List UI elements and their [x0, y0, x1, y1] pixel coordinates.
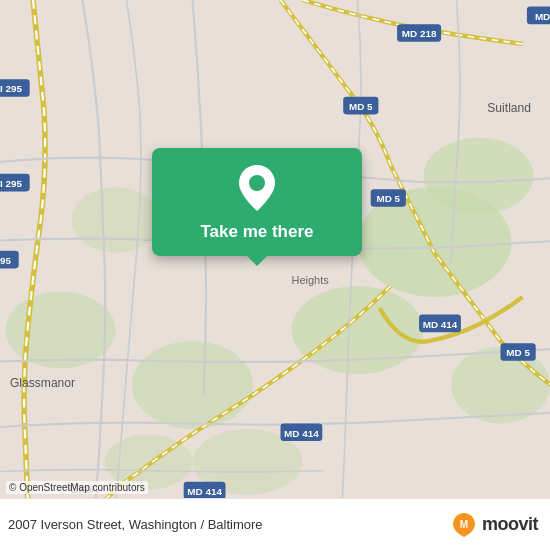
svg-text:MD 5: MD 5 [349, 101, 373, 112]
svg-text:M: M [460, 519, 468, 530]
svg-text:MD 414: MD 414 [284, 428, 319, 439]
svg-point-5 [72, 187, 160, 253]
svg-text:MD 4: MD 4 [535, 11, 550, 22]
svg-text:Heights: Heights [292, 274, 330, 286]
map-attribution: © OpenStreetMap contributors [6, 481, 148, 494]
map-container: MD 4 MD 218 MD 5 MD 5 MD 5 MD 414 MD 414… [0, 0, 550, 550]
svg-point-2 [424, 138, 534, 215]
svg-point-6 [6, 292, 116, 369]
svg-text:MD 414: MD 414 [423, 319, 458, 330]
location-pin-icon [235, 163, 279, 213]
pin-icon-container [233, 164, 281, 212]
svg-text:MD 218: MD 218 [402, 28, 437, 39]
bottom-bar: 2007 Iverson Street, Washington / Baltim… [0, 498, 550, 550]
address-label: 2007 Iverson Street, Washington / Baltim… [8, 517, 263, 532]
svg-text:Glassmanor: Glassmanor [10, 376, 75, 390]
svg-text:I 295: I 295 [0, 178, 22, 189]
svg-point-4 [132, 341, 253, 429]
map-background: MD 4 MD 218 MD 5 MD 5 MD 5 MD 414 MD 414… [0, 0, 550, 550]
svg-text:I 295: I 295 [0, 255, 11, 266]
svg-text:MD 414: MD 414 [187, 486, 222, 497]
moovit-logo: M moovit [450, 511, 538, 539]
svg-text:MD 5: MD 5 [376, 193, 400, 204]
take-me-there-button[interactable]: Take me there [200, 222, 313, 242]
svg-text:I 295: I 295 [0, 83, 22, 94]
svg-text:MD 5: MD 5 [506, 347, 530, 358]
svg-text:Suitland: Suitland [487, 101, 531, 115]
svg-point-38 [249, 175, 265, 191]
moovit-wordmark: moovit [482, 514, 538, 535]
moovit-brand-icon: M [450, 511, 478, 539]
popup-card: Take me there [152, 148, 362, 256]
